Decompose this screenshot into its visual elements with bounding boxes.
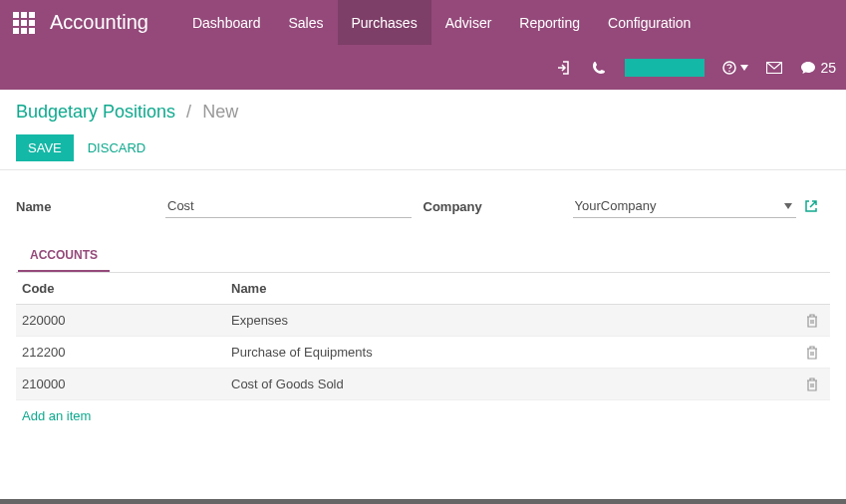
cell-name: Purchase of Equipments	[225, 337, 800, 369]
app-title: Accounting	[50, 11, 148, 34]
control-panel: Budgetary Positions / New SAVE DISCARD	[0, 90, 846, 170]
mail-icon[interactable]	[766, 60, 782, 76]
accounts-table: Code Name 220000 Expenses 212200 Purchas…	[16, 273, 830, 431]
delete-row-button[interactable]	[806, 314, 824, 328]
cell-name: Cost of Goods Sold	[225, 369, 800, 400]
table-row[interactable]: 220000 Expenses	[16, 305, 830, 337]
col-header-code: Code	[16, 273, 225, 305]
breadcrumb-separator: /	[186, 102, 191, 122]
apps-icon	[13, 12, 35, 34]
col-header-name: Name	[225, 273, 800, 305]
trash-icon	[806, 378, 818, 391]
company-external-link[interactable]	[804, 199, 818, 213]
chat-icon	[800, 61, 816, 75]
apps-menu-button[interactable]	[4, 0, 44, 45]
nav-purchases[interactable]: Purchases	[338, 0, 431, 45]
login-icon[interactable]	[557, 60, 573, 76]
add-item-link[interactable]: Add an item	[16, 400, 830, 431]
notebook-tabs: ACCOUNTS	[16, 240, 830, 273]
name-input[interactable]	[165, 194, 412, 218]
breadcrumb-current: New	[202, 102, 238, 122]
messages-button[interactable]: 25	[800, 60, 836, 76]
name-label: Name	[16, 199, 165, 214]
table-row[interactable]: 212200 Purchase of Equipments	[16, 337, 830, 369]
main-navbar: Accounting Dashboard Sales Purchases Adv…	[0, 0, 846, 45]
nav-dashboard[interactable]: Dashboard	[178, 0, 275, 45]
tab-accounts[interactable]: ACCOUNTS	[18, 240, 110, 272]
external-link-icon	[804, 199, 818, 213]
company-label: Company	[423, 199, 573, 214]
cell-name: Expenses	[225, 305, 800, 337]
table-row[interactable]: 210000 Cost of Goods Sold	[16, 369, 830, 400]
nav-sales[interactable]: Sales	[274, 0, 337, 45]
messages-count: 25	[820, 60, 836, 76]
nav-configuration[interactable]: Configuration	[594, 0, 705, 45]
nav-reporting[interactable]: Reporting	[505, 0, 594, 45]
user-menu[interactable]	[625, 59, 705, 77]
cell-code: 220000	[16, 305, 225, 337]
trash-icon	[806, 314, 818, 328]
breadcrumb-parent[interactable]: Budgetary Positions	[16, 102, 175, 122]
trash-icon	[806, 346, 818, 360]
save-button[interactable]: SAVE	[16, 134, 74, 161]
svg-point-1	[729, 70, 731, 72]
caret-down-icon	[740, 65, 748, 71]
delete-row-button[interactable]	[806, 346, 824, 360]
discard-button[interactable]: DISCARD	[88, 140, 146, 155]
systray: 25	[0, 45, 846, 90]
company-input[interactable]	[573, 194, 797, 218]
cell-code: 210000	[16, 369, 225, 400]
breadcrumb: Budgetary Positions / New	[16, 102, 830, 123]
nav-menu: Dashboard Sales Purchases Adviser Report…	[178, 0, 705, 45]
delete-row-button[interactable]	[806, 378, 824, 391]
cell-code: 212200	[16, 337, 225, 369]
form-sheet: Name Company ACCOUNTS	[0, 170, 846, 439]
phone-icon[interactable]	[591, 60, 607, 76]
nav-adviser[interactable]: Adviser	[431, 0, 506, 45]
help-dropdown[interactable]	[722, 60, 748, 76]
developer-tools-bar: Developer Tools General Action View ×	[0, 499, 846, 504]
